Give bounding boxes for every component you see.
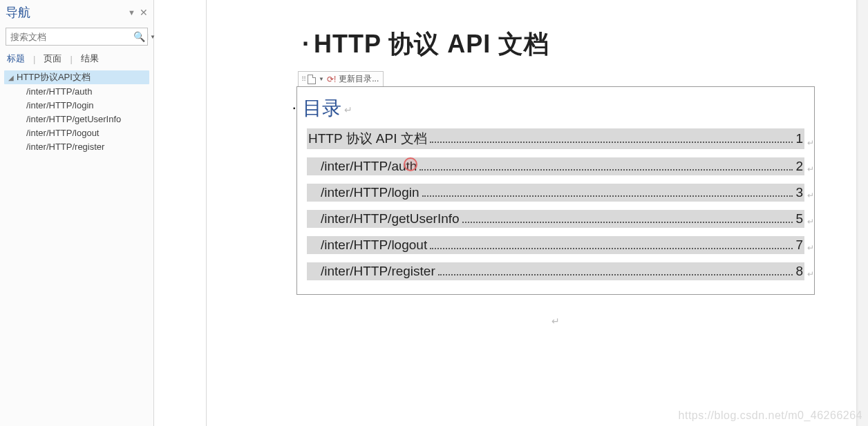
toc-entry-page: 3	[795, 185, 803, 200]
toc-entry-page: 2	[795, 159, 803, 174]
paragraph-mark-icon: ↵	[296, 316, 815, 327]
nav-options-caret-icon[interactable]: ▼	[128, 8, 135, 17]
toc-entry-text: /inter/HTTP/getUserInfo	[308, 211, 460, 226]
toc-entry-text: /inter/HTTP/logout	[308, 238, 427, 253]
toc-leader-dots	[462, 222, 793, 223]
toc-entry[interactable]: /inter/HTTP/getUserInfo 5	[307, 210, 804, 228]
ruler-gutter	[154, 0, 207, 426]
close-icon[interactable]: ✕	[140, 7, 148, 18]
search-input[interactable]	[6, 32, 131, 42]
nav-tree: ◢ HTTP协议API文档 /inter/HTTP/auth /inter/HT…	[0, 69, 153, 426]
tree-item[interactable]: /inter/HTTP/logout	[4, 126, 149, 139]
watermark: https://blog.csdn.net/m0_46266264	[679, 409, 862, 422]
document-area[interactable]: HTTP 协议 API 文档 ⠿ ▼ ⟳! 更新目录... 目录 HTTP 协议…	[207, 0, 868, 426]
tab-pages[interactable]: 页面	[42, 52, 63, 65]
toc-leader-dots	[430, 248, 793, 249]
toc-box[interactable]: 目录 HTTP 协议 API 文档 1 /inter/HTTP/auth 2	[296, 86, 815, 295]
toc-entry[interactable]: HTTP 协议 API 文档 1	[307, 128, 804, 149]
toc-leader-dots	[438, 274, 793, 275]
toc-leader-dots	[430, 142, 793, 143]
toc-entry-text: /inter/HTTP/auth	[308, 159, 417, 174]
search-box[interactable]: 🔍 ▼	[6, 28, 148, 46]
toc-entry[interactable]: /inter/HTTP/login 3	[307, 184, 804, 202]
toc-entry-page: 5	[795, 211, 803, 226]
page[interactable]: HTTP 协议 API 文档 ⠿ ▼ ⟳! 更新目录... 目录 HTTP 协议…	[207, 0, 856, 426]
tree-item[interactable]: /inter/HTTP/login	[4, 98, 149, 112]
update-toc-label[interactable]: 更新目录...	[339, 73, 379, 85]
refresh-icon[interactable]: ⟳!	[327, 75, 336, 84]
toc-container[interactable]: ⠿ ▼ ⟳! 更新目录... 目录 HTTP 协议 API 文档 1	[296, 86, 815, 295]
toc-entry-page: 8	[795, 264, 803, 279]
tree-item[interactable]: /inter/HTTP/register	[4, 139, 149, 153]
nav-pane-title: 导航	[6, 4, 124, 21]
toc-entry-text: HTTP 协议 API 文档	[308, 130, 427, 148]
toc-heading[interactable]: 目录	[307, 95, 804, 122]
tree-item-root[interactable]: ◢ HTTP协议API文档	[4, 70, 149, 84]
toc-list: HTTP 协议 API 文档 1 /inter/HTTP/auth 2 /int…	[307, 128, 804, 280]
toc-leader-dots	[419, 169, 793, 171]
toc-entry-page: 1	[795, 131, 803, 146]
toc-entry-text: /inter/HTTP/login	[308, 185, 419, 200]
tab-results[interactable]: 结果	[79, 52, 100, 65]
toc-entry-text: /inter/HTTP/register	[308, 264, 435, 279]
grip-icon[interactable]: ⠿	[301, 75, 305, 83]
tree-item[interactable]: /inter/HTTP/auth	[4, 84, 149, 98]
toc-entry[interactable]: /inter/HTTP/register 8	[307, 262, 804, 280]
tab-headings[interactable]: 标题	[6, 52, 26, 65]
search-dropdown-caret-icon[interactable]: ▼	[148, 34, 158, 40]
document-icon[interactable]	[308, 75, 316, 84]
tree-item[interactable]: /inter/HTTP/getUserInfo	[4, 112, 149, 126]
toc-control-tab[interactable]: ⠿ ▼ ⟳! 更新目录...	[298, 71, 384, 86]
toc-leader-dots	[422, 195, 793, 197]
toc-entry-page: 7	[795, 238, 803, 253]
navigation-pane: 导航 ▼ ✕ 🔍 ▼ 标题 | 页面 | 结果 ◢ HTTP协议API文档 /i…	[0, 0, 154, 426]
toc-entry[interactable]: /inter/HTTP/logout 7	[307, 236, 804, 254]
toc-entry[interactable]: /inter/HTTP/auth 2	[307, 157, 804, 175]
nav-tabs: 标题 | 页面 | 结果	[0, 52, 153, 69]
collapse-caret-icon[interactable]: ◢	[8, 74, 15, 81]
search-icon[interactable]: 🔍	[131, 31, 148, 42]
chevron-down-icon[interactable]: ▼	[319, 76, 324, 82]
page-title[interactable]: HTTP 协议 API 文档	[302, 28, 815, 61]
